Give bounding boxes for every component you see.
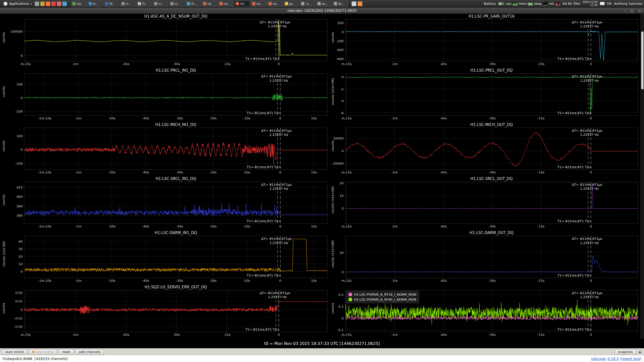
ndscope-link[interactable]: ndscope [591, 357, 606, 361]
plot-canvas[interactable]: 200000-20000m,15s-1m-45s-30s-15s0ΔT=811m… [345, 128, 638, 170]
x-tick-label: -15s [537, 170, 544, 174]
keyboard-layout-icon[interactable] [600, 2, 605, 6]
y-tick-label: 0 [21, 148, 23, 152]
y-tick-label: 100 [16, 82, 23, 86]
x-tick-label: -1m [391, 279, 398, 283]
y-tick-label: -0.1 [337, 328, 344, 332]
x-tick-label: -10s [243, 170, 250, 174]
window-button-label: nd... [273, 2, 279, 6]
y-tick-label: -100 [15, 110, 23, 113]
clock-time: 12:29 [590, 4, 597, 7]
plot-canvas[interactable]: 1000-100-1m,10s-1m-50s-40s-30s-20s-10s01… [24, 73, 328, 115]
version-link[interactable]: 0.19.3 [608, 357, 619, 361]
plot-title: H1:LSC-DARM_OUT_DQ [345, 230, 638, 236]
plot-3-cell: countsH1:LSC-PRCL_IN1_DQ1000-100-1m,10s-… [0, 68, 329, 122]
y-tick-label: 200 [337, 21, 344, 25]
x-tick-label: 10s [311, 224, 317, 228]
add-channels-button[interactable]: add channels [75, 349, 104, 354]
window-app-icon [105, 2, 108, 5]
taskbar-window-button[interactable]: m... [120, 1, 135, 7]
window-button-label: IS... [191, 2, 196, 6]
plot-canvas[interactable]: 410400390380-1m,10s-1m-50s-40s-30s-20s-1… [24, 182, 328, 224]
y-tick-label: 20000 [333, 136, 344, 140]
plot-grid: countsH1:ASC-AS_A_DC_NSUM_OUT_DQ1000000m… [0, 14, 640, 339]
window-app-icon [187, 2, 190, 5]
taskbar-window-button[interactable]: SI... [136, 1, 152, 7]
x-tick-label: 0 [278, 333, 280, 337]
x-tick-label: m,15s [342, 170, 352, 174]
y-tick-label: 0 [342, 270, 344, 274]
y-tick-label: 0 [21, 270, 23, 274]
snapshot-button[interactable]: snapshot [615, 349, 636, 354]
delta-f-value: 1.23157 Hz [580, 133, 602, 137]
window-button-label: py... [289, 2, 295, 6]
delta-f-value: 1.23157 Hz [268, 24, 290, 28]
taskbar-window-button[interactable]: W... [104, 1, 119, 7]
cursor-delta-readout: ΔT=811ms,971µs1.23157 Hz [572, 291, 602, 299]
x-tick-label: 0 [590, 224, 592, 228]
taskbar-window-button[interactable]: In... [87, 1, 103, 7]
cursor-delta-readout: ΔT=811ms,971µs1.23157 Hz [572, 74, 602, 83]
scrollbar-thumb[interactable] [641, 31, 643, 89]
file-manager-icon[interactable] [40, 2, 45, 6]
clock[interactable]: 2025-11-03 12:29 [583, 1, 597, 7]
taskbar-window-button[interactable]: sta... [71, 1, 86, 7]
x-tick-label: -1m [72, 62, 79, 66]
plot-canvas[interactable]: 403020100-1m,10s-1m-50s-40s-30s-20s-10s0… [24, 236, 328, 278]
applications-menu[interactable]: Applications [2, 1, 34, 6]
taskbar-window-button[interactable]: nd... [218, 1, 234, 7]
firefox-icon[interactable] [46, 2, 50, 6]
plot-canvas[interactable]: 0.020.010-0.01-0.02m,15s-1m-45s-30s-15s0… [24, 290, 328, 332]
reset-button[interactable]: reset [59, 349, 74, 354]
taskbar-window-button[interactable]: m... [169, 1, 185, 7]
close-button[interactable]: × [637, 9, 642, 13]
taskbar-window-button[interactable]: m... [153, 1, 168, 7]
taskbar-window-button[interactable]: an... [316, 1, 332, 7]
taskbar-window-button[interactable]: nd... [251, 1, 266, 7]
plot-4-cell: counts (x1e+06)H1:LSC-PRCL_OUT_DQ0-2-4-6… [329, 68, 640, 122]
maximize-button[interactable]: □ [630, 9, 634, 13]
text-editor-icon[interactable] [62, 2, 67, 6]
y-tick-label: 0 [342, 30, 344, 34]
clock-date: 2025-11-03 [583, 1, 597, 4]
start-online-button[interactable]: start online [2, 349, 27, 354]
display-icon[interactable] [351, 1, 356, 6]
applications-label: Applications [9, 2, 29, 6]
taskbar-window-button[interactable]: nd... [234, 1, 250, 7]
plot-canvas[interactable]: 100m,15s-1m-45s-30s-15s0ΔT=811ms,971µs1.… [345, 236, 638, 278]
legend-label: H1:LSC-POPAIR_B_RF18_I_NORM_MON [354, 293, 416, 296]
taskbar-window-button[interactable]: py... [283, 1, 299, 7]
x-tick-label: -30s [176, 170, 183, 174]
plot-canvas[interactable]: 20100m,15s-1m-45s-30s-15s0ΔT=811ms,971µs… [345, 182, 638, 224]
scrollbar[interactable] [640, 14, 644, 339]
window-button-label: an... [322, 2, 328, 6]
taskbar-window-button[interactable]: an... [332, 1, 348, 7]
terminal-icon[interactable] [35, 2, 39, 6]
plot-canvas[interactable]: 0.20.10-0.1m,15s-1m-45s-30s-15s0ΔT=811ms… [345, 290, 638, 332]
x-tick-label: -15s [223, 333, 231, 337]
y-axis-label: counts (x1e+06) [330, 230, 336, 278]
cursor-t1t2-readout: T1=-811ms,971 T2= [245, 57, 280, 61]
taskbar: Applications sta...In...W...m...SI...m..… [0, 0, 644, 8]
x-tick-label: -15s [537, 333, 544, 337]
plot-canvas[interactable]: 1000000m,15s-1m-45s-30s-15s0ΔT=811ms,971… [24, 19, 328, 61]
taskbar-window-button[interactable]: nd... [267, 1, 283, 7]
minimize-button[interactable]: – [622, 9, 627, 13]
taskbar-window-button[interactable]: IS... [185, 1, 201, 7]
report-bug-link[interactable]: (report bug) [620, 357, 641, 361]
plot-canvas[interactable]: 2000-200-400-600m,15s-1m-45s-30s-15s0ΔT=… [345, 19, 638, 61]
x-tick-label: -50s [108, 279, 115, 283]
share-icon[interactable] [57, 2, 61, 6]
taskbar-window-button[interactable]: ./s... [300, 1, 315, 7]
plot-canvas[interactable]: 1000-100-1m,10s-1m-50s-40s-30s-20s-10s01… [24, 128, 328, 170]
window-titlebar[interactable]: ndscope: LOCKLOSS 1446230271.0625 – □ × [0, 8, 644, 14]
taskbar-window-button[interactable]: nd... [202, 1, 217, 7]
media-icon[interactable] [357, 1, 362, 6]
window-button-label: nd... [224, 2, 229, 6]
x-tick-label: -30s [176, 279, 183, 283]
music-player-icon[interactable] [51, 2, 56, 6]
desktop: Applications sta...In...W...m...SI...m..… [0, 0, 644, 362]
expand-arrow[interactable]: ▲ [638, 350, 642, 353]
x-tick-label: m,15s [342, 116, 352, 120]
plot-canvas[interactable]: 0-2-4-6m,15s-1m-45s-30s-15s0ΔT=811ms,971… [345, 73, 638, 115]
